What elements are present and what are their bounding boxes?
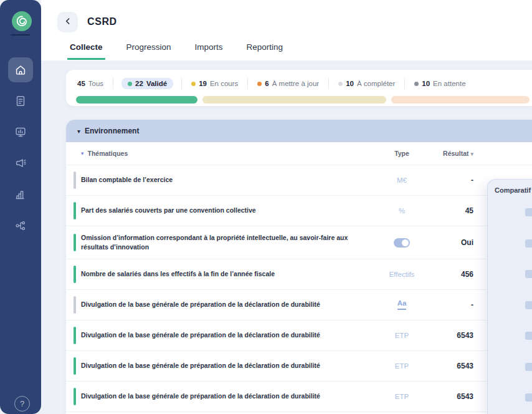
status-dot-icon (414, 82, 419, 86)
table-row[interactable]: Nombre de salariés dans les effectifs à … (66, 259, 532, 290)
comparatif-panel[interactable]: Comparatif (487, 179, 532, 414)
row-type: Effectifs (374, 271, 430, 278)
collapse-icon: ▾ (77, 128, 80, 135)
row-label: Omission d’information correspondant à l… (81, 229, 374, 256)
table-row[interactable]: Divulgation de la base générale de prépa… (66, 320, 532, 351)
comparatif-placeholder (525, 393, 532, 402)
sidebar-item-home[interactable] (8, 57, 33, 82)
row-status-bar (74, 171, 76, 189)
status-divider (113, 78, 113, 89)
row-label: Nombre de salariés dans les effectifs à … (81, 266, 374, 282)
sort-icon: ▾ (470, 151, 473, 157)
row-type: Aa (374, 300, 430, 310)
row-type: ETP (374, 332, 430, 339)
row-result: 45 (430, 206, 483, 215)
row-type (374, 238, 430, 248)
tab-bar: CollecteProgressionImportsReporting (67, 39, 285, 60)
sidebar-item-dashboard[interactable] (8, 120, 33, 145)
row-label: Divulgation de la base générale de prépa… (81, 388, 374, 405)
comparatif-placeholder (525, 270, 532, 278)
row-status-bar (74, 266, 76, 283)
progress-bar (66, 91, 532, 104)
status-filter[interactable]: 22 Validé (121, 78, 173, 89)
row-label: Bilan comptable de l’exercice (81, 171, 374, 188)
section-environnement-header[interactable]: ▾ Environnement (66, 120, 532, 142)
home-icon (14, 63, 27, 77)
sidebar-item-announcements[interactable] (8, 151, 33, 176)
collecte-table-card: ▾ Environnement ▾ Thématiques Type Résul… (66, 120, 532, 414)
question-mark-icon: ? (20, 399, 24, 408)
column-resultat[interactable]: Résultat ▾ (430, 150, 483, 157)
toggle-on-icon (394, 238, 410, 248)
row-result: 6543 (430, 331, 483, 340)
row-status-bar (74, 388, 76, 405)
page-title: CSRD (87, 16, 117, 27)
sidebar-item-analytics[interactable] (8, 182, 33, 207)
progress-segment-valide (76, 96, 197, 104)
comparatif-placeholder (525, 208, 532, 216)
table-row[interactable]: Part des salariés couverts par une conve… (66, 196, 532, 226)
row-label: Divulgation de la base générale de prépa… (81, 296, 374, 313)
status-filter[interactable]: 6 À mettre à jour (256, 78, 320, 89)
sidebar-item-documents[interactable] (8, 89, 33, 113)
row-status-bar (74, 327, 76, 344)
table-column-headers: ▾ Thématiques Type Résultat ▾ (66, 142, 532, 165)
row-result: - (430, 176, 483, 185)
chevron-left-icon (63, 16, 73, 29)
status-divider (181, 78, 182, 89)
comparatif-placeholder (525, 239, 532, 248)
comparatif-placeholder (525, 301, 532, 309)
tab-reporting[interactable]: Reporting (244, 39, 286, 60)
tab-collecte[interactable]: Collecte (67, 39, 105, 60)
help-button[interactable]: ? (14, 396, 30, 412)
row-result: 6543 (430, 392, 483, 401)
table-row[interactable]: Divulgation de la base générale de prépa… (66, 382, 532, 412)
row-result: - (430, 301, 483, 309)
bar-chart-icon (14, 188, 27, 201)
status-filter[interactable]: 19 En cours (190, 78, 239, 89)
column-thematiques[interactable]: ▾ Thématiques (81, 150, 374, 157)
app-screen: ? CSRD CollecteProgressionImportsReporti… (0, 0, 532, 414)
status-items: 45 Tous 22 Validé 19 En cours 6 À mettre… (66, 70, 532, 91)
row-label: Divulgation de la base générale de prépa… (81, 327, 374, 344)
table-row[interactable]: Omission d’information correspondant à l… (66, 226, 532, 259)
status-dot-icon (338, 82, 343, 86)
table-row[interactable]: Divulgation de la base générale de prépa… (66, 290, 532, 320)
column-type: Type (374, 150, 430, 157)
row-result: Oui (430, 238, 483, 247)
row-type: % (374, 207, 430, 214)
status-dot-icon (257, 82, 262, 86)
progress-segment-a-mettre-a-jour (391, 96, 530, 104)
status-dot-icon (128, 82, 132, 86)
row-status-bar (74, 202, 76, 219)
status-filter[interactable]: 10 En attente (413, 78, 467, 89)
row-label: Part des salariés couverts par une conve… (81, 202, 374, 219)
status-divider (404, 78, 405, 89)
row-type: ETP (374, 362, 430, 370)
comparatif-placeholder (525, 363, 532, 371)
row-status-bar (74, 234, 76, 251)
header: CSRD CollecteProgressionImportsReporting (41, 0, 532, 60)
text-format-icon: Aa (397, 300, 407, 310)
row-status-bar (74, 357, 76, 375)
megaphone-icon (14, 156, 27, 170)
table-row[interactable]: Bilan comptable de l’exercice M€ - (66, 165, 532, 196)
status-divider (328, 78, 329, 89)
comparatif-placeholder (525, 332, 532, 340)
sort-icon: ▾ (81, 150, 84, 156)
sidebar-item-hierarchy[interactable] (8, 213, 33, 238)
table-row[interactable]: Divulgation de la base générale de prépa… (66, 351, 532, 382)
section-title: Environnement (85, 127, 139, 135)
back-button[interactable] (57, 12, 78, 32)
status-filter[interactable]: 10 À compléter (337, 78, 396, 89)
status-filter[interactable]: 45 Tous (76, 78, 105, 89)
dashboard-monitor-icon (14, 125, 27, 139)
tab-imports[interactable]: Imports (192, 39, 226, 60)
row-type: M€ (374, 176, 430, 184)
row-status-bar (74, 296, 76, 314)
sidebar-divider (11, 34, 31, 36)
document-icon (14, 94, 27, 108)
progress-segment-en-cours (202, 96, 386, 104)
tab-progression[interactable]: Progression (124, 39, 174, 60)
app-logo-icon[interactable] (12, 11, 32, 31)
